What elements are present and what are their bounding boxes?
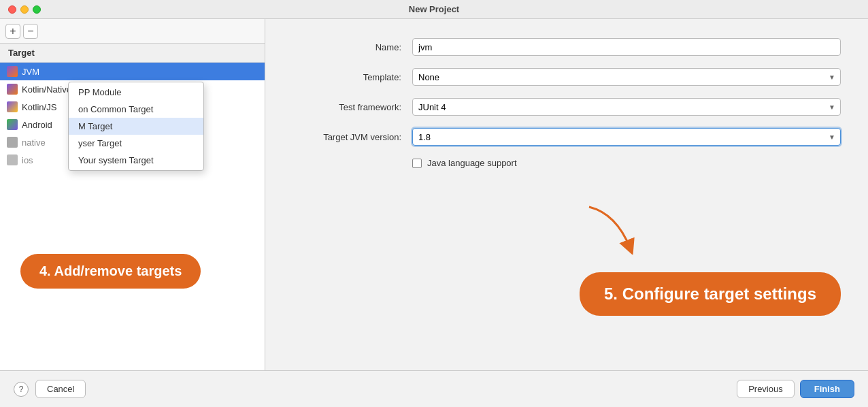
bottom-bar: ? Cancel Previous Finish — [0, 370, 868, 407]
target-label-kotlin-js: Kotlin/JS — [22, 102, 56, 112]
test-framework-label: Test framework: — [293, 102, 401, 112]
target-jvm-select[interactable]: 1.6 1.8 11 16 — [412, 128, 841, 146]
android-icon — [7, 119, 18, 130]
title-bar: New Project — [0, 0, 868, 19]
target-label-ios: ios — [22, 155, 33, 165]
java-language-support-checkbox[interactable] — [412, 159, 422, 168]
window-title: New Project — [409, 4, 459, 14]
template-label: Template: — [293, 72, 401, 82]
kotlin-native-icon — [7, 84, 18, 95]
target-label-kotlin-native: Kotlin/Native — [22, 84, 71, 95]
name-input[interactable] — [412, 38, 841, 56]
ios-folder-icon — [7, 154, 18, 165]
dropdown-item-system[interactable]: Your system Target — [69, 152, 203, 169]
annotation-bubble-right: 5. Configure target settings — [580, 272, 841, 316]
template-row: Template: None Console Application Libra… — [293, 68, 841, 86]
maximize-button[interactable] — [33, 5, 41, 14]
main-content: + − Target JVM Kotlin/Native Ko — [0, 19, 868, 370]
template-select-wrapper: None Console Application Library ▼ — [412, 68, 841, 86]
dropdown-item-jvm[interactable]: M Target — [69, 118, 203, 135]
target-jvm-select-wrapper: 1.6 1.8 11 16 ▼ — [412, 128, 841, 146]
java-language-support-label: Java language support — [427, 158, 517, 168]
toolbar: + − — [0, 19, 265, 44]
java-language-support-row: Java language support — [412, 158, 841, 168]
traffic-lights — [8, 5, 41, 14]
right-panel: Name: Template: None Console Application… — [265, 19, 868, 370]
name-row: Name: — [293, 38, 841, 56]
name-label: Name: — [293, 42, 401, 52]
bottom-left: ? Cancel — [14, 380, 86, 398]
target-label-jvm: JVM — [22, 67, 39, 77]
left-panel: + − Target JVM Kotlin/Native Ko — [0, 19, 265, 370]
target-label-android: Android — [22, 120, 52, 130]
finish-button[interactable]: Finish — [800, 380, 854, 398]
annotation-arrow-right — [582, 200, 637, 255]
dropdown-item-browser[interactable]: yser Target — [69, 135, 203, 152]
native-folder-icon — [7, 137, 18, 148]
minimize-button[interactable] — [20, 5, 29, 14]
template-select[interactable]: None Console Application Library — [412, 68, 841, 86]
add-target-button[interactable]: + — [5, 24, 20, 39]
target-jvm-version-row: Target JVM version: 1.6 1.8 11 16 ▼ — [293, 128, 841, 146]
kotlin-js-icon — [7, 101, 18, 112]
cancel-button[interactable]: Cancel — [35, 380, 86, 398]
test-framework-row: Test framework: JUnit 4 JUnit 5 TestNG S… — [293, 98, 841, 116]
annotation-bubble-left: 4. Add/remove targets — [20, 254, 201, 289]
target-header: Target — [0, 44, 265, 63]
test-framework-select-wrapper: JUnit 4 JUnit 5 TestNG Spek ▼ — [412, 98, 841, 116]
bottom-right: Previous Finish — [737, 380, 854, 398]
dropdown-item-common[interactable]: on Common Target — [69, 101, 203, 118]
remove-target-button[interactable]: − — [23, 24, 38, 39]
previous-button[interactable]: Previous — [737, 380, 795, 398]
jvm-icon — [7, 66, 18, 77]
target-label-native: native — [22, 137, 46, 148]
dropdown-item-cpp[interactable]: PP Module — [69, 84, 203, 101]
target-item-jvm[interactable]: JVM — [0, 63, 265, 80]
close-button[interactable] — [8, 5, 16, 14]
test-framework-select[interactable]: JUnit 4 JUnit 5 TestNG Spek — [412, 98, 841, 116]
target-jvm-label: Target JVM version: — [293, 132, 401, 142]
help-button[interactable]: ? — [14, 382, 29, 397]
add-target-dropdown: PP Module on Common Target M Target yser… — [68, 82, 204, 171]
